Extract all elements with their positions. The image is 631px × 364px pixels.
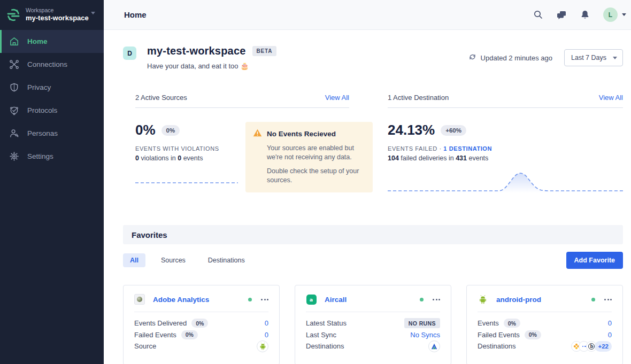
ellipsis-menu-icon[interactable] [604, 297, 612, 303]
destinations-sparkline [388, 169, 623, 195]
add-favorite-button[interactable]: Add Favorite [566, 252, 623, 269]
adwords-destination-icon[interactable] [428, 340, 440, 352]
workspace-title: my-test-workspace [147, 45, 246, 57]
favorite-card-aircall: a Aircall [295, 285, 451, 364]
card-row: Destinations [306, 340, 440, 352]
percent-badge: 0% [504, 319, 520, 328]
sidebar-item-connections[interactable]: Connections [0, 53, 104, 76]
card-row: Events Delivered 0% 0 [134, 317, 268, 329]
failed-events-value[interactable]: 0 [265, 331, 268, 339]
beta-badge: BETA [252, 46, 277, 56]
tab-destinations[interactable]: Destinations [201, 253, 252, 267]
sidebar-item-label: Personas [27, 129, 58, 137]
updated-text: Updated 2 minutes ago [481, 54, 552, 62]
card-row: Failed Events 0% 0 [134, 329, 268, 341]
svg-text:a: a [310, 297, 313, 303]
workspace-name: my-test-workspace [26, 14, 89, 22]
sidebar-item-label: Protocols [27, 106, 57, 114]
warning-icon [253, 129, 262, 139]
workspace-subtitle: Have your data, and eat it too 🎂 [147, 62, 276, 70]
failed-sub: 104 failed deliveries in 431 events [388, 154, 623, 162]
warning-line2: Double check the setup of your sources. [267, 167, 364, 185]
connections-icon [9, 59, 19, 69]
more-destinations-link[interactable]: +22 [595, 341, 612, 352]
sources-sparkline [135, 176, 245, 186]
card-row: Last Sync No Syncs [306, 329, 440, 341]
card-row: Failed Events 0% 0 [478, 329, 612, 341]
card-title-link[interactable]: android-prod [496, 296, 541, 304]
personas-icon [9, 128, 19, 138]
shield-icon [9, 82, 19, 92]
no-syncs-link[interactable]: No Syncs [410, 331, 440, 339]
destinations-view-all-link[interactable]: View All [599, 94, 623, 102]
card-row: Events 0% 0 [478, 317, 612, 329]
segment-logo-icon [6, 8, 20, 22]
top-bar: Home [104, 0, 631, 30]
percent-badge: 0% [181, 330, 198, 339]
android-source-icon[interactable] [257, 340, 268, 352]
failed-percent: 24.13% [388, 122, 435, 138]
search-icon[interactable] [533, 10, 543, 20]
no-events-warning: No Events Recieved Your sources are enab… [245, 122, 373, 192]
sources-heading: 2 Active Sources [135, 94, 187, 102]
card-title-link[interactable]: Aircall [325, 296, 347, 304]
sidebar-item-label: Privacy [27, 83, 51, 91]
events-value[interactable]: 0 [608, 319, 612, 327]
sidebar: Workspace my-test-workspace Home [0, 0, 104, 364]
workspace-initial-badge: D [123, 47, 136, 60]
sources-view-all-link[interactable]: View All [325, 94, 349, 102]
favorite-card-adobe-analytics: Adobe Analytics Events Delivered 0% [123, 285, 280, 364]
events-delivered-value[interactable]: 0 [265, 319, 268, 327]
sidebar-item-label: Connections [27, 60, 67, 68]
bell-icon[interactable] [580, 10, 590, 20]
warning-line1: Your sources are enabled but we're not r… [267, 144, 364, 162]
card-title-link[interactable]: Adobe Analytics [153, 296, 209, 304]
sidebar-item-protocols[interactable]: Protocols [0, 99, 104, 122]
card-row: Source [134, 340, 268, 352]
chat-icon[interactable] [556, 10, 567, 20]
favorite-card-android-prod: android-prod Events 0% 0 [466, 285, 623, 364]
no-runs-badge: NO RUNS [404, 318, 440, 328]
ellipsis-menu-icon[interactable] [261, 297, 268, 303]
refresh-icon[interactable] [468, 53, 476, 63]
workspace-label: Workspace [26, 7, 89, 14]
failed-label: EVENTS FAILED · 1 DESTINATION [388, 145, 623, 152]
sidebar-nav: Home Connections Privacy [0, 30, 104, 168]
card-row: Latest Status NO RUNS [306, 317, 440, 329]
destination-link[interactable]: 1 DESTINATION [443, 145, 492, 152]
avatar[interactable]: L [603, 7, 618, 22]
failed-delta-badge: +60% [441, 125, 466, 136]
date-range-select[interactable]: Last 7 Days [564, 49, 623, 66]
violations-delta-badge: 0% [161, 125, 180, 136]
favorites-section: Favorites All Sources Destinations Add F… [104, 225, 631, 364]
sources-panel: 2 Active Sources View All 0% 0% EVENTS W… [135, 94, 373, 195]
warning-title: No Events Recieved [267, 130, 336, 138]
violations-sub: 0 violations in 0 events [135, 154, 245, 162]
percent-badge: 0% [191, 319, 208, 328]
protocols-icon [9, 105, 19, 115]
user-menu[interactable]: L [603, 7, 626, 22]
destinations-panel: 1 Active Destination View All 24.13% +60… [388, 94, 623, 195]
tab-sources[interactable]: Sources [154, 253, 193, 267]
sidebar-item-settings[interactable]: Settings [0, 145, 104, 168]
gear-icon [9, 151, 19, 161]
violations-percent: 0% [135, 122, 156, 138]
sidebar-item-home[interactable]: Home [0, 30, 104, 53]
chevron-down-icon [91, 12, 95, 14]
status-dot-icon [591, 298, 595, 301]
status-dot-icon [420, 298, 424, 301]
adobe-analytics-logo-icon [134, 294, 145, 305]
sidebar-item-personas[interactable]: Personas [0, 122, 104, 145]
ellipsis-menu-icon[interactable] [433, 297, 440, 303]
chevron-down-icon [622, 13, 626, 16]
sidebar-item-label: Home [27, 37, 48, 45]
sidebar-item-label: Settings [27, 152, 53, 160]
destination-chip-stack: b +22 [571, 341, 612, 352]
violations-label: EVENTS WITH VIOLATIONS [135, 145, 245, 152]
favorites-heading: Favorites [132, 230, 167, 239]
status-dot-icon [248, 298, 252, 301]
tab-all[interactable]: All [123, 253, 145, 267]
sidebar-item-privacy[interactable]: Privacy [0, 76, 104, 99]
failed-events-value[interactable]: 0 [608, 331, 612, 339]
workspace-switcher[interactable]: Workspace my-test-workspace [0, 0, 104, 30]
